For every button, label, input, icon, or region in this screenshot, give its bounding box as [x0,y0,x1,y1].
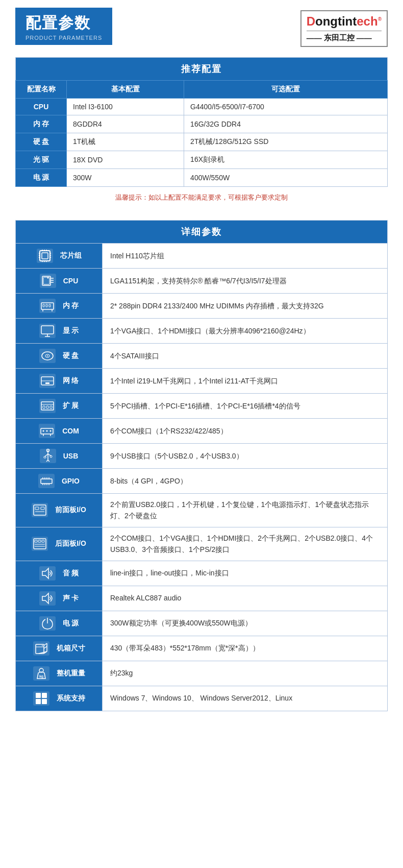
detail-value: 2个前置USB2.0接口，1个开机键，1个复位键，1个电源指示灯、1个硬盘状态指… [103,494,388,527]
detail-value: 430（带耳朵483）*552*178mm（宽*深*高）） [103,636,388,661]
svg-rect-85 [36,693,41,698]
col-header-name: 配置名称 [16,81,67,99]
page-subtitle: PRODUCT PARAMETERS [26,35,102,41]
detail-label: kg 整机重量 [16,661,103,686]
detail-value: 8-bits（4 GPI，4GPO） [103,469,388,494]
svg-rect-22 [46,304,47,307]
detail-row: CPU LGA1151构架，支持英特尔® 酷睿™6/7代I3/I5/I7处理器 [16,269,388,294]
svg-line-78 [44,643,47,645]
detail-icon [39,299,56,313]
recommended-row: 硬 盘 1T机械 2T机械/128G/512G SSD [16,133,388,151]
detail-icon [39,399,56,413]
detail-icon [39,324,56,338]
col-header-optional: 可选配置 [184,81,388,99]
detail-value: 4个SATAIII接口 [103,344,388,369]
svg-line-53 [48,460,49,462]
logo-block: Dongtintech® —— 东田工控 —— [300,8,388,47]
detail-header: 详细参数 [16,221,388,244]
detail-row: 电 源 300W额定功率（可更换400W或550W电源） [16,611,388,636]
detail-value: 5个PCI插槽、1个PCI-E*16插槽、1个PCI-E*16插槽*4的信号 [103,394,388,419]
rec-basic: Intel I3-6100 [67,99,184,115]
logo-chinese: 东田工控 [324,33,355,43]
svg-rect-64 [35,507,39,510]
svg-text:kg: kg [39,674,43,679]
svg-rect-38 [46,406,48,408]
svg-rect-15 [43,277,49,284]
rec-optional: G4400/I5-6500/I7-6700 [184,99,388,115]
warm-tip: 温馨提示：如以上配置不能满足要求，可根据客户要求定制 [15,187,388,205]
detail-row: kg 整机重量 约23kg [16,661,388,686]
svg-point-31 [47,355,48,356]
svg-rect-37 [43,406,45,408]
recommended-row: CPU Intel I3-6100 G4400/I5-6500/I7-6700 [16,99,388,115]
detail-row: 网 络 1个Intel i219-LM千兆网口，1个Intel i211-AT千… [16,369,388,394]
detail-row: 后面板I/O 2个COM接口、1个VGA接口、1个HDMI接口、2个千兆网口、2… [16,527,388,561]
detail-icon [37,249,53,263]
detail-value: 2* 288pin DDR4 2133/2400 MHz UDIMMs 内存插槽… [103,294,388,319]
detail-row: 音 频 line-in接口，line-out接口，Mic-in接口 [16,561,388,586]
rec-optional: 16X刻录机 [184,151,388,169]
detail-icon [39,591,56,606]
detail-row: 芯片组 Intel H110芯片组 [16,244,388,269]
rec-label: 电 源 [16,169,67,187]
rec-basic: 18X DVD [67,151,184,169]
svg-rect-63 [34,505,46,515]
svg-line-79 [44,646,47,648]
svg-rect-65 [41,507,44,510]
detail-value: Realtek ALC887 audio [103,586,388,611]
recommended-row: 内 存 8GDDR4 16G/32G DDR4 [16,115,388,133]
detail-table: 详细参数 芯片组 Intel H110芯片组 CPU LGA1151构架，支持英… [15,220,388,711]
title-block: 配置参数 PRODUCT PARAMETERS [15,8,112,45]
detail-label: 显 示 [16,319,103,344]
detail-row: USB 9个USB接口（5个USB2.0，4个USB3.0） [16,444,388,469]
detail-row: 前面板I/O 2个前置USB2.0接口，1个开机键，1个复位键，1个电源指示灯、… [16,494,388,527]
svg-rect-39 [50,406,52,408]
detail-icon [38,474,55,488]
detail-row: 显 示 1个VGA接口、1个HDMI接口（最大分辨率4096*2160@24Hz… [16,319,388,344]
rec-basic: 1T机械 [67,133,184,151]
recommended-row: 光 驱 18X DVD 16X刻录机 [16,151,388,169]
svg-line-48 [45,454,48,456]
detail-label: CPU [16,269,103,294]
detail-label: GPIO [16,469,103,494]
svg-rect-34 [45,382,49,384]
svg-rect-54 [41,479,52,484]
col-header-basic: 基本配置 [67,81,184,99]
svg-rect-26 [41,326,54,334]
svg-rect-70 [42,540,44,542]
detail-icon [40,274,56,288]
rec-optional: 400W/550W [184,169,388,187]
detail-label: 内 存 [16,294,103,319]
svg-point-77 [42,645,43,646]
logo-brand-text: Dongtintech® [307,14,382,29]
detail-row: 扩 展 5个PCI插槽、1个PCI-E*16插槽、1个PCI-E*16插槽*4的… [16,394,388,419]
rec-optional: 16G/32G DDR4 [184,115,388,133]
logo-frame: Dongtintech® —— 东田工控 —— [300,10,388,47]
svg-rect-86 [42,693,47,698]
detail-icon [39,349,56,363]
svg-marker-74 [42,593,48,604]
detail-row: 机箱尺寸 430（带耳朵483）*552*178mm（宽*深*高）） [16,636,388,661]
logo-chinese-row: —— 东田工控 —— [307,31,382,43]
detail-label: COM [16,419,103,444]
recommended-section: 推荐配置 配置名称 基本配置 可选配置 CPU Intel I3-6100 G4… [0,52,403,215]
detail-icon [33,641,49,656]
detail-row: COM 6个COM接口（1个RS232/422/485） [16,419,388,444]
rec-label: 光 驱 [16,151,67,169]
svg-rect-68 [35,540,37,542]
recommended-table: 推荐配置 配置名称 基本配置 可选配置 CPU Intel I3-6100 G4… [15,57,388,187]
svg-rect-23 [49,304,51,307]
header-section: 配置参数 PRODUCT PARAMETERS Dongtintech® —— … [0,0,403,52]
detail-row: 硬 盘 4个SATAIII接口 [16,344,388,369]
detail-row: 系统支持 Windows 7、Windows 10、 Windows Serve… [16,686,388,711]
page-title: 配置参数 [26,13,102,34]
svg-rect-87 [36,699,41,704]
detail-value: 9个USB接口（5个USB2.0，4个USB3.0） [103,444,388,469]
rec-optional: 2T机械/128G/512G SSD [184,133,388,151]
detail-value: Intel H110芯片组 [103,244,388,269]
detail-label: 音 频 [16,561,103,586]
detail-label: USB [16,444,103,469]
detail-icon [32,537,48,551]
recommended-row: 电 源 300W 400W/550W [16,169,388,187]
svg-rect-1 [42,253,48,259]
